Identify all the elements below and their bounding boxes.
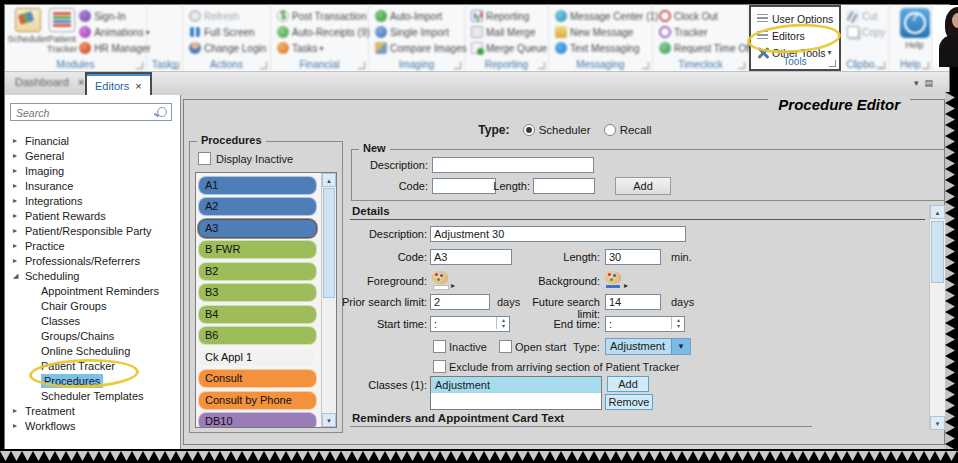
single-import-button[interactable]: Single Import (375, 24, 467, 40)
change-login-button[interactable]: Change Login (189, 40, 266, 56)
request-time-off-button[interactable]: Request Time Off (659, 40, 752, 56)
tracker-button[interactable]: Tracker (659, 24, 752, 40)
editors-button[interactable]: Editors (757, 27, 833, 44)
full-screen-button[interactable]: Full Screen (189, 24, 266, 40)
dialog-launcher-icon[interactable] (172, 62, 179, 69)
clock-out-button[interactable]: Clock Out (659, 8, 752, 24)
help-button[interactable]: Help (895, 8, 935, 50)
scroll-up-icon[interactable]: ▴ (322, 173, 336, 187)
tree-item-treatment[interactable]: Treatment (5, 403, 180, 418)
tree-item-professionals-referrers[interactable]: Professionals/Referrers (5, 253, 180, 268)
future-search-limit-input[interactable]: 14 (605, 294, 661, 310)
exclude-checkbox[interactable] (433, 360, 446, 373)
copy-button[interactable]: Copy (847, 24, 885, 40)
tree-item-imaging[interactable]: Imaging (5, 163, 180, 178)
new-code-input[interactable] (432, 178, 496, 194)
dialog-launcher-icon[interactable] (738, 62, 745, 69)
dialog-launcher-icon[interactable] (358, 62, 365, 69)
dialog-launcher-icon[interactable] (878, 62, 885, 69)
tab-editors[interactable]: Editors × (87, 74, 150, 95)
class-item-empty[interactable] (431, 393, 601, 409)
tree-item-scheduling[interactable]: Scheduling (5, 268, 180, 283)
background-color-picker[interactable]: ▸ (605, 271, 621, 284)
details-scrollbar[interactable]: ▴ ▾ (929, 205, 945, 430)
tree-item-workflows[interactable]: Workflows (5, 418, 180, 433)
compare-images-icon (375, 42, 387, 54)
tree-item-financial[interactable]: Financial (5, 133, 180, 148)
classes-remove-button[interactable]: Remove (605, 394, 653, 410)
chevron-right-icon (13, 226, 25, 235)
merge-queue-button[interactable]: Merge Queue (471, 40, 547, 56)
cut-button[interactable]: Cut (847, 8, 885, 24)
prior-search-limit-input[interactable]: 2 (430, 294, 490, 310)
dialog-launcher-icon[interactable] (829, 60, 836, 67)
procedure-item[interactable]: Ck Appl 1 (198, 348, 317, 367)
details-length-input[interactable]: 30 (605, 249, 661, 265)
dialog-launcher-icon[interactable] (538, 62, 545, 69)
procedure-item[interactable]: A2 (198, 197, 317, 216)
tab-overflow-icon[interactable]: ▾ (914, 78, 925, 88)
dialog-launcher-icon[interactable] (136, 62, 143, 69)
dialog-launcher-icon[interactable] (922, 62, 929, 69)
open-start-checkbox[interactable] (499, 340, 512, 353)
chevron-down-icon[interactable]: ▼ (671, 339, 690, 354)
message-center-button[interactable]: Message Center (1) (555, 8, 658, 24)
procedure-item[interactable]: A1 (198, 176, 317, 195)
scheduler-button[interactable]: Scheduler (9, 8, 47, 56)
tree-item-patient-rewards[interactable]: Patient Rewards (5, 208, 180, 223)
compare-images-button[interactable]: Compare Images (375, 40, 467, 56)
search-input[interactable] (14, 105, 148, 120)
tab-menu-icon[interactable]: ▤ (924, 78, 939, 88)
auto-import-button[interactable]: Auto-Import (375, 8, 467, 24)
patient-tracker-icon (49, 8, 75, 32)
tree-item-patient-responsible-party[interactable]: Patient/Responsible Party (5, 223, 180, 238)
reporting-button[interactable]: Reporting (471, 8, 547, 24)
new-description-input[interactable] (432, 157, 594, 173)
tree-item-general[interactable]: General (5, 148, 180, 163)
display-inactive-checkbox[interactable] (198, 152, 211, 165)
flyout-arrow-icon[interactable]: ▸ (451, 281, 455, 290)
mail-merge-button[interactable]: Mail Merge (471, 24, 547, 40)
animations-button[interactable]: Animations ▾ (79, 24, 151, 40)
sign-in-button[interactable]: Sign-In (79, 8, 151, 24)
tree-item-insurance[interactable]: Insurance (5, 178, 180, 193)
refresh-button[interactable]: Refresh (189, 8, 266, 24)
classes-add-button[interactable]: Add (607, 376, 649, 392)
close-icon[interactable]: × (135, 80, 141, 92)
new-length-input[interactable] (533, 178, 595, 194)
auto-receipts-button[interactable]: Auto-Receipts (9) (277, 24, 370, 40)
radio-scheduler[interactable] (523, 124, 535, 136)
patient-tracker-button[interactable]: Patient Tracker (47, 8, 77, 56)
scroll-down-icon[interactable]: ▾ (322, 413, 336, 427)
tree-item-practice[interactable]: Practice (5, 238, 180, 253)
details-description-input[interactable]: Adjustment 30 (430, 226, 686, 242)
new-add-button[interactable]: Add (615, 177, 671, 195)
chevron-right-icon (13, 136, 25, 145)
radio-recall[interactable] (604, 124, 616, 136)
dialog-launcher-icon[interactable] (260, 62, 267, 69)
tasks-button[interactable]: Tasks ▾ (277, 40, 370, 56)
procedure-item[interactable]: Consult by Phone (198, 391, 317, 410)
dialog-launcher-icon[interactable] (642, 62, 649, 69)
foreground-swatch (433, 285, 449, 290)
close-icon[interactable]: × (78, 76, 84, 88)
new-message-button[interactable]: New Message (555, 24, 658, 40)
editors-icon (757, 31, 768, 41)
procedure-item[interactable]: DB10 (198, 412, 317, 428)
scroll-down-icon[interactable]: ▾ (930, 416, 945, 430)
scroll-up-icon[interactable]: ▴ (930, 205, 945, 219)
scrollbar-thumb[interactable] (931, 221, 944, 283)
tab-dashboard[interactable]: Dashboard × (15, 76, 84, 88)
dialog-launcher-icon[interactable] (454, 62, 461, 69)
hr-manager-button[interactable]: HR Manager (79, 40, 151, 56)
tree-item-integrations[interactable]: Integrations (5, 193, 180, 208)
end-time-spinner[interactable]: ▴▾ (671, 317, 685, 329)
user-options-button[interactable]: User Options (757, 10, 833, 27)
post-transaction-button[interactable]: Post Transaction (277, 8, 370, 24)
text-messaging-button[interactable]: Text Messaging (555, 40, 658, 56)
foreground-color-picker[interactable]: ▸ (432, 271, 448, 284)
type-dropdown[interactable]: Adjustment ▼ (605, 338, 691, 355)
class-item-selected[interactable]: Adjustment (431, 377, 601, 393)
inactive-checkbox[interactable] (433, 340, 446, 353)
flyout-arrow-icon[interactable]: ▸ (624, 281, 628, 290)
